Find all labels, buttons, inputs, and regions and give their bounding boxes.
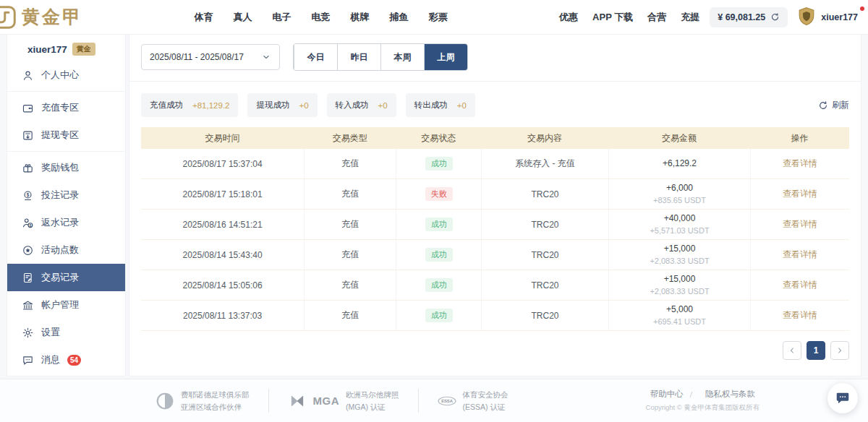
status-badge: 成功	[425, 309, 453, 322]
cert-line1: 体育安全协会	[463, 389, 509, 400]
sidebar-item[interactable]: 个人中心	[7, 61, 125, 89]
footer-right: 帮助中心 隐私权与条款 Copyright © 黄金甲体育集团版权所有	[646, 389, 760, 413]
amount-main: +6,000	[666, 182, 693, 194]
quick-link[interactable]: 合营	[647, 11, 666, 24]
cell-time: 2025/08/14 15:05:06	[141, 270, 304, 300]
balance-amount: ¥ 69,081.25	[718, 12, 765, 22]
refresh-icon[interactable]	[770, 12, 780, 22]
view-detail-link[interactable]: 查看详情	[783, 188, 817, 200]
amount-usdt: +2,083.33 USDT	[650, 286, 709, 297]
refresh-button[interactable]: 刷新	[818, 99, 849, 111]
chevron-right-icon	[835, 346, 844, 355]
sidebar-item[interactable]: 提现专区	[7, 121, 125, 149]
summary-label: 充值成功	[150, 100, 183, 111]
shield-icon	[796, 7, 817, 28]
nav-item[interactable]: 彩票	[429, 11, 448, 24]
help-center-link[interactable]: 帮助中心	[650, 389, 684, 400]
footer: 费耶诺德足球俱乐部 亚洲区域合作伙伴 MGA 欧洲马尔他牌照 (MGA) 认证	[0, 379, 868, 422]
cell-status: 成功	[396, 270, 480, 300]
amount-usdt: +835.65 USDT	[653, 195, 706, 206]
sidebar-item[interactable]: 消息 54	[7, 346, 125, 374]
quick-range-button[interactable]: 本周	[380, 44, 424, 70]
view-detail-link[interactable]: 查看详情	[783, 309, 817, 322]
sidebar-item-label: 个人中心	[41, 69, 79, 82]
col-header-content: 交易内容	[481, 132, 608, 145]
nav-item[interactable]: 体育	[195, 11, 213, 24]
sidebar-user: xiuer177 黄金	[7, 35, 125, 61]
nav-item[interactable]: 电竞	[312, 11, 331, 24]
points-icon	[22, 244, 34, 257]
nav-item[interactable]: 真人	[234, 11, 252, 24]
summary-value: +81,129.2	[192, 101, 229, 110]
level-badge: 黄金	[72, 43, 95, 56]
cert-line1: 欧洲马尔他牌照	[346, 389, 399, 400]
quick-link[interactable]: APP 下载	[592, 11, 633, 24]
quick-range-group: 今日昨日本周上周	[293, 43, 468, 71]
quick-link[interactable]: 充提	[681, 11, 699, 24]
cert-text: 欧洲马尔他牌照 (MGA) 认证	[346, 389, 399, 413]
main-nav: 体育真人电子电竞棋牌捕鱼彩票	[195, 11, 448, 24]
cell-action: 查看详情	[750, 301, 849, 330]
sidebar-item[interactable]: 投注记录	[7, 181, 125, 209]
user-menu[interactable]: xiuer177	[796, 7, 858, 28]
brand-name: 黄金甲	[22, 5, 82, 29]
summary-pill: 提现成功 +0	[247, 93, 317, 117]
quick-range-button[interactable]: 今日	[294, 44, 337, 70]
sidebar-divider	[7, 151, 125, 152]
date-range-value: 2025/08/11 - 2025/08/17	[150, 52, 244, 62]
nav-item[interactable]: 捕鱼	[390, 11, 409, 24]
quick-range-button[interactable]: 上周	[424, 44, 467, 70]
sidebar-item[interactable]: 帐户管理	[7, 291, 125, 319]
view-detail-link[interactable]: 查看详情	[783, 279, 817, 291]
sidebar-item[interactable]: 设置	[7, 319, 125, 346]
sidebar: xiuer177 黄金 个人中心 充值专区	[7, 35, 125, 376]
app: 黄金甲 体育真人电子电竞棋牌捕鱼彩票 优惠APP 下载合营充提 ¥ 69,081…	[0, 0, 868, 422]
amount-main: +15,000	[664, 243, 696, 255]
quick-range-button[interactable]: 昨日	[337, 44, 380, 70]
cell-time: 2025/08/17 15:18:01	[141, 179, 304, 209]
cell-amount: +40,000 +5,571.03 USDT	[608, 210, 750, 239]
col-header-time: 交易时间	[141, 132, 304, 145]
table-row: 2025/08/17 15:18:01 充值 失败 TRC20 +6,000 +…	[141, 179, 849, 210]
transactions-table: 交易时间 交易类型 交易状态 交易内容 交易金额 操作 2025/08/17 1…	[141, 127, 849, 331]
privacy-terms-link[interactable]: 隐私权与条款	[705, 389, 755, 400]
cell-amount: +6,129.2	[608, 149, 750, 178]
brand[interactable]: 黄金甲	[0, 4, 82, 30]
chat-fab-button[interactable]	[827, 383, 858, 413]
prev-page-button[interactable]	[783, 341, 801, 360]
next-page-button[interactable]	[830, 341, 849, 360]
pagination: 1	[141, 341, 849, 370]
rebate-icon	[22, 217, 34, 229]
essa-logo-icon	[438, 392, 456, 410]
summary-label: 转出成功	[414, 100, 448, 111]
sidebar-menu: 个人中心 充值专区 提现专区	[7, 61, 125, 374]
user-icon	[22, 69, 34, 82]
cell-action: 查看详情	[750, 240, 849, 270]
sidebar-item[interactable]: 奖励钱包	[7, 154, 125, 181]
quick-links: 优惠APP 下载合营充提	[559, 11, 699, 24]
view-detail-link[interactable]: 查看详情	[783, 218, 817, 231]
date-range-picker[interactable]: 2025/08/11 - 2025/08/17	[141, 44, 280, 70]
summary-pill: 转出成功 +0	[406, 93, 475, 117]
cell-time: 2025/08/17 15:37:04	[141, 149, 304, 178]
table-body: 2025/08/17 15:37:04 充值 成功 系统存入 - 充值 +6,1…	[141, 149, 849, 331]
view-detail-link[interactable]: 查看详情	[783, 158, 817, 170]
sidebar-item[interactable]: 充值专区	[7, 94, 125, 121]
cell-status: 成功	[396, 210, 480, 239]
nav-item[interactable]: 棋牌	[351, 11, 370, 24]
status-badge: 成功	[425, 157, 453, 171]
cell-type: 充值	[304, 240, 396, 270]
summary-value: +0	[299, 101, 308, 110]
quick-link[interactable]: 优惠	[559, 11, 578, 24]
summary-label: 提现成功	[256, 100, 289, 111]
balance-pill[interactable]: ¥ 69,081.25	[710, 7, 788, 27]
sidebar-item[interactable]: 活动点数	[7, 236, 125, 264]
sidebar-item[interactable]: 交易记录	[7, 264, 125, 291]
current-page-button[interactable]: 1	[807, 341, 825, 360]
cell-time: 2025/08/11 13:37:03	[141, 301, 304, 330]
nav-item[interactable]: 电子	[273, 11, 292, 24]
mga-logo-icon	[288, 392, 307, 410]
view-detail-link[interactable]: 查看详情	[783, 249, 817, 261]
summary-pill: 充值成功 +81,129.2	[141, 93, 238, 117]
sidebar-item[interactable]: 返水记录	[7, 209, 125, 236]
